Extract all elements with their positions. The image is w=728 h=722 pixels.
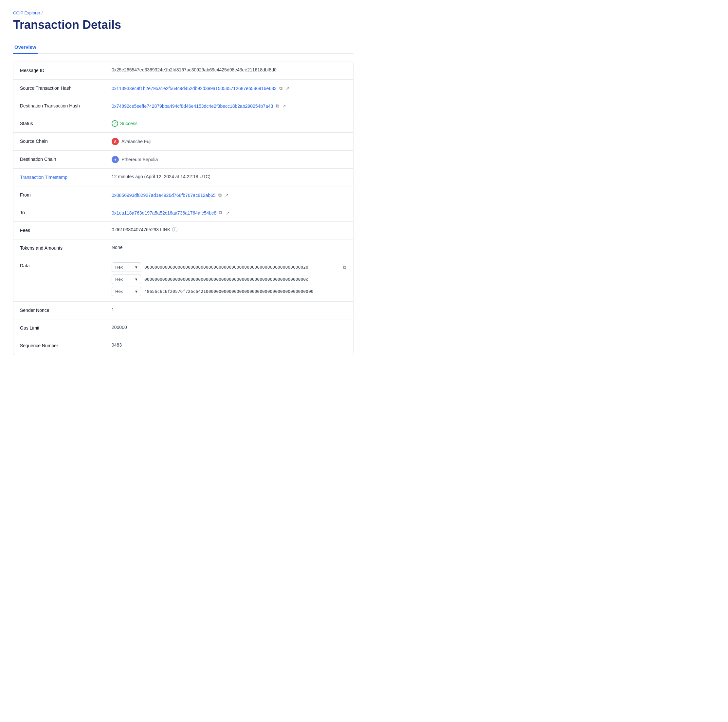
- value-from: 0x8856993df82927ad1e4926d768fb767ac812ab…: [112, 192, 347, 199]
- value-status: ✓ Success: [112, 120, 347, 127]
- value-source-chain: A Avalanche Fuji: [112, 138, 347, 145]
- dest-tx-hash-link[interactable]: 0x74892ce5eeffe742879bba494cf8d46e4153dc…: [112, 104, 273, 109]
- hex-chevron-0: ▾: [135, 265, 138, 270]
- row-data: Data Hex ▾ 00000000000000000000000000000…: [14, 257, 353, 302]
- to-external-button[interactable]: ↗: [225, 210, 230, 216]
- row-timestamp: Transaction Timestamp 12 minutes ago (Ap…: [14, 169, 353, 186]
- row-dest-tx-hash: Destination Transaction Hash 0x74892ce5e…: [14, 97, 353, 115]
- label-to: To: [20, 209, 112, 215]
- data-row-2: Hex ▾ 48656c6c6f20576f726c64210000000000…: [112, 287, 340, 296]
- hex-value-0: 0000000000000000000000000000000000000000…: [144, 265, 308, 270]
- value-timestamp: 12 minutes ago (April 12, 2024 at 14:22:…: [112, 174, 347, 179]
- row-to: To 0x1ea118a763d197a5a52c16aa736a1764afc…: [14, 204, 353, 222]
- dest-chain-display: ♦ Ethereum Sepolia: [112, 156, 158, 163]
- label-status: Status: [20, 120, 112, 126]
- label-dest-chain: Destination Chain: [20, 156, 112, 162]
- label-tokens: Tokens and Amounts: [20, 245, 112, 251]
- value-sequence-number: 9483: [112, 342, 347, 348]
- source-tx-hash-link[interactable]: 0x113933ec9f1b2e795a1e2f564c9d452db92d3e…: [112, 86, 277, 91]
- from-external-button[interactable]: ↗: [224, 192, 229, 199]
- value-to: 0x1ea118a763d197a5a52c16aa736a1764afc54b…: [112, 209, 347, 216]
- label-sender-nonce: Sender Nonce: [20, 307, 112, 313]
- hex-select-0-label: Hex: [115, 265, 123, 270]
- status-check-icon: ✓: [112, 120, 118, 127]
- avax-icon: A: [112, 138, 119, 145]
- value-source-tx-hash: 0x113933ec9f1b2e795a1e2f564c9d452db92d3e…: [112, 85, 347, 92]
- hex-value-1: 0000000000000000000000000000000000000000…: [144, 277, 308, 282]
- row-source-chain: Source Chain A Avalanche Fuji: [14, 133, 353, 151]
- hex-select-0[interactable]: Hex ▾: [112, 262, 141, 272]
- label-gas-limit: Gas Limit: [20, 325, 112, 331]
- source-tx-hash-external-button[interactable]: ↗: [285, 85, 291, 92]
- page-title: Transaction Details: [13, 18, 353, 32]
- row-source-tx-hash: Source Transaction Hash 0x113933ec9f1b2e…: [14, 80, 353, 97]
- label-timestamp: Transaction Timestamp: [20, 174, 112, 180]
- row-sequence-number: Sequence Number 9483: [14, 337, 353, 355]
- sequence-number-text: 9483: [112, 342, 122, 348]
- row-tokens: Tokens and Amounts None: [14, 239, 353, 257]
- sender-nonce-text: 1: [112, 307, 114, 312]
- label-source-tx-hash: Source Transaction Hash: [20, 85, 112, 91]
- row-status: Status ✓ Success: [14, 115, 353, 133]
- fees-text: 0.06103804074765293 LINK: [112, 227, 170, 232]
- data-copy-button[interactable]: ⧉: [342, 264, 347, 271]
- value-message-id: 0x25e265547ed3369324e1b2fd8167ac30929ab6…: [112, 67, 347, 72]
- row-sender-nonce: Sender Nonce 1: [14, 302, 353, 319]
- hex-chevron-1: ▾: [135, 277, 138, 282]
- value-fees: 0.06103804074765293 LINK i: [112, 227, 347, 232]
- to-copy-button[interactable]: ⧉: [218, 209, 223, 216]
- to-address-link[interactable]: 0x1ea118a763d197a5a52c16aa736a1764afc54b…: [112, 210, 216, 216]
- label-dest-tx-hash: Destination Transaction Hash: [20, 103, 112, 109]
- row-fees: Fees 0.06103804074765293 LINK i: [14, 222, 353, 239]
- label-sequence-number: Sequence Number: [20, 342, 112, 348]
- hex-select-1-label: Hex: [115, 277, 123, 282]
- from-copy-button[interactable]: ⧉: [218, 192, 222, 199]
- label-from: From: [20, 192, 112, 198]
- tab-overview[interactable]: Overview: [13, 41, 38, 54]
- dest-tx-hash-copy-button[interactable]: ⧉: [275, 103, 280, 109]
- breadcrumb-parent[interactable]: CCIP Explorer: [13, 11, 40, 15]
- value-tokens: None: [112, 245, 347, 250]
- label-source-chain: Source Chain: [20, 138, 112, 144]
- value-data: Hex ▾ 0000000000000000000000000000000000…: [112, 262, 347, 296]
- gas-limit-text: 200000: [112, 325, 127, 330]
- hex-value-2: 48656c6c6f20576f726c64210000000000000000…: [144, 289, 314, 294]
- from-address-link[interactable]: 0x8856993df82927ad1e4926d768fb767ac812ab…: [112, 193, 216, 198]
- breadcrumb: CCIP Explorer /: [13, 11, 353, 15]
- source-chain-text: Avalanche Fuji: [121, 139, 151, 144]
- details-table: Message ID 0x25e265547ed3369324e1b2fd816…: [13, 61, 353, 355]
- timestamp-text: 12 minutes ago (April 12, 2024 at 14:22:…: [112, 174, 211, 179]
- hex-select-2[interactable]: Hex ▾: [112, 287, 141, 296]
- data-section: Hex ▾ 0000000000000000000000000000000000…: [112, 262, 340, 296]
- eth-icon: ♦: [112, 156, 119, 163]
- label-data: Data: [20, 262, 112, 268]
- tokens-text: None: [112, 245, 122, 250]
- row-dest-chain: Destination Chain ♦ Ethereum Sepolia: [14, 151, 353, 169]
- dest-tx-hash-external-button[interactable]: ↗: [281, 103, 287, 109]
- data-copy-area: Hex ▾ 0000000000000000000000000000000000…: [112, 262, 347, 296]
- label-fees: Fees: [20, 227, 112, 233]
- source-chain-display: A Avalanche Fuji: [112, 138, 151, 145]
- dest-chain-text: Ethereum Sepolia: [121, 157, 158, 162]
- hex-chevron-2: ▾: [135, 289, 138, 294]
- status-badge: ✓ Success: [112, 120, 138, 127]
- message-id-text: 0x25e265547ed3369324e1b2fd8167ac30929ab6…: [112, 67, 277, 72]
- value-dest-chain: ♦ Ethereum Sepolia: [112, 156, 347, 163]
- hex-select-1[interactable]: Hex ▾: [112, 274, 141, 284]
- hex-select-2-label: Hex: [115, 289, 123, 294]
- tabs-bar: Overview: [13, 41, 353, 54]
- source-tx-hash-copy-button[interactable]: ⧉: [278, 85, 283, 92]
- data-row-0: Hex ▾ 0000000000000000000000000000000000…: [112, 262, 340, 272]
- value-gas-limit: 200000: [112, 325, 347, 330]
- value-dest-tx-hash: 0x74892ce5eeffe742879bba494cf8d46e4153dc…: [112, 103, 347, 109]
- value-sender-nonce: 1: [112, 307, 347, 312]
- status-text: Success: [120, 121, 138, 126]
- fees-info-icon[interactable]: i: [172, 227, 177, 232]
- breadcrumb-separator: /: [41, 11, 43, 15]
- data-row-1: Hex ▾ 0000000000000000000000000000000000…: [112, 274, 340, 284]
- label-message-id: Message ID: [20, 67, 112, 73]
- row-gas-limit: Gas Limit 200000: [14, 319, 353, 337]
- row-message-id: Message ID 0x25e265547ed3369324e1b2fd816…: [14, 62, 353, 80]
- row-from: From 0x8856993df82927ad1e4926d768fb767ac…: [14, 186, 353, 204]
